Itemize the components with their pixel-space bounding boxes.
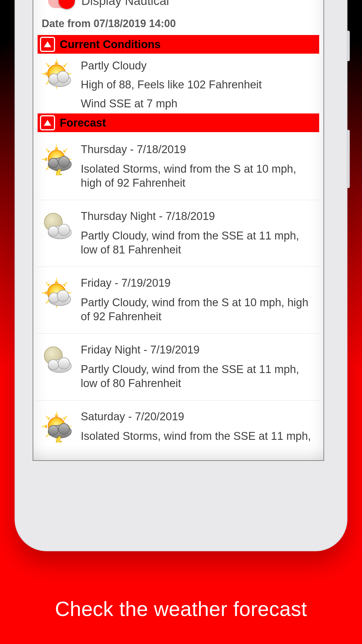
current-wind: Wind SSE at 7 mph	[81, 97, 262, 110]
svg-marker-22	[44, 120, 51, 126]
forecast-item[interactable]: Thursday - 7/18/2019 Isolated Storms, wi…	[38, 133, 319, 200]
forecast-item-title: Friday - 7/19/2019	[81, 277, 316, 289]
current-high-feels: High of 88, Feels like 102 Fahrenheit	[81, 78, 262, 91]
moon-cloud-icon	[41, 210, 73, 242]
forecast-item-desc: Partly Cloudy, wind from the SSE at 11 m…	[81, 229, 316, 257]
toggle-knob	[59, 0, 75, 9]
display-nautical-toggle[interactable]	[48, 0, 74, 8]
forecast-item-title: Thursday - 7/18/2019	[81, 143, 316, 156]
forecast-item-title: Saturday - 7/20/2019	[81, 410, 311, 423]
forecast-item-title: Friday Night - 7/19/2019	[81, 344, 316, 356]
forecast-title: Forecast	[60, 117, 106, 129]
forecast-item[interactable]: Thursday Night - 7/18/2019 Partly Cloudy…	[38, 200, 319, 267]
forecast-item-desc: Isolated Storms, wind from the S at 10 m…	[81, 162, 316, 190]
collapse-up-icon	[40, 115, 55, 130]
current-conditions-row: Partly Cloudy High of 88, Feels like 102…	[38, 55, 319, 113]
storm-icon	[41, 410, 73, 442]
collapse-up-icon	[40, 37, 55, 52]
forecast-item[interactable]: Friday - 7/19/2019 Partly Cloudy, wind f…	[38, 267, 319, 334]
sun-cloud-icon	[41, 277, 73, 309]
forecast-header[interactable]: Forecast	[38, 113, 319, 132]
phone-frame: Display Nautical Date from 07/18/2019 14…	[15, 0, 347, 551]
storm-icon	[41, 143, 73, 175]
sun-cloud-icon	[41, 58, 73, 90]
promo-caption: Check the weather forecast	[0, 597, 362, 621]
app-screen: Display Nautical Date from 07/18/2019 14…	[33, 0, 324, 461]
forecast-list[interactable]: Thursday - 7/18/2019 Isolated Storms, wi…	[38, 133, 319, 453]
forecast-item[interactable]: Friday Night - 7/19/2019 Partly Cloudy, …	[38, 334, 319, 400]
forecast-item-desc: Partly Cloudy, wind from the S at 10 mph…	[81, 296, 316, 323]
forecast-item-desc: Partly Cloudy, wind from the SSE at 11 m…	[81, 363, 316, 390]
current-conditions-header[interactable]: Current Conditions	[38, 35, 319, 54]
display-nautical-label: Display Nautical	[81, 0, 169, 8]
svg-marker-21	[44, 41, 51, 47]
forecast-item-desc: Isolated Storms, wind from the SSE at 11…	[81, 429, 311, 443]
phone-side-button	[347, 130, 350, 188]
phone-side-button	[347, 31, 350, 61]
display-nautical-row: Display Nautical	[38, 0, 319, 15]
current-conditions-title: Current Conditions	[60, 38, 161, 51]
date-from-label: Date from 07/18/2019 14:00	[38, 15, 319, 35]
moon-cloud-icon	[41, 344, 73, 376]
current-summary: Partly Cloudy	[81, 60, 262, 72]
forecast-item-title: Thursday Night - 7/18/2019	[81, 210, 316, 223]
forecast-item[interactable]: Saturday - 7/20/2019 Isolated Storms, wi…	[38, 400, 319, 453]
